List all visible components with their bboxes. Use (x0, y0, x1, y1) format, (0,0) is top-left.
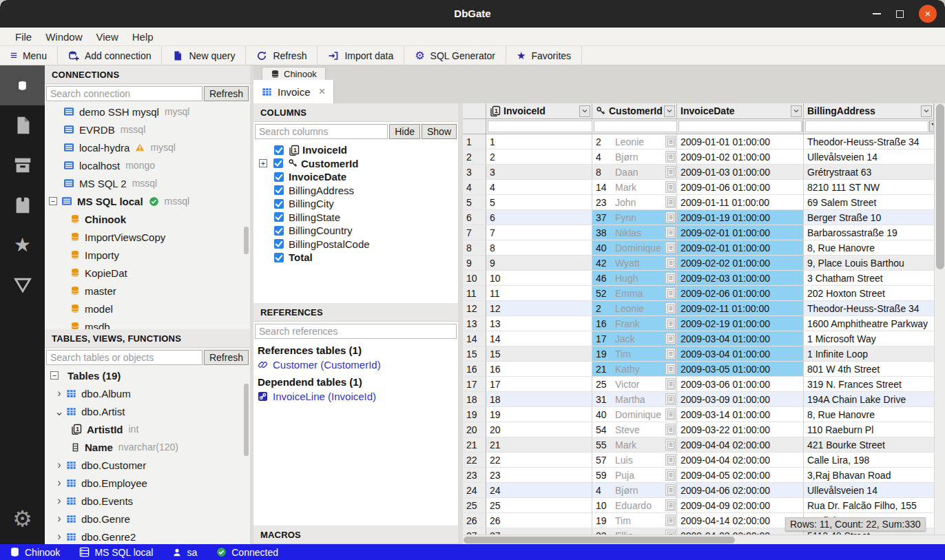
column-checkbox-row[interactable]: BillingCountry (253, 224, 458, 238)
rail-item-database[interactable] (0, 65, 45, 105)
cell-billingaddress[interactable]: 8, Rue Hanovre (804, 240, 934, 256)
column-checkbox-row[interactable]: BillingCity (253, 197, 458, 211)
open-reference-button[interactable] (665, 272, 676, 284)
cell-billingaddress[interactable]: 194A Chain Lake Drive (804, 392, 934, 407)
toolbar-button-refresh[interactable]: Refresh (246, 46, 318, 65)
column-menu-button[interactable] (791, 105, 802, 117)
cell-billingaddress[interactable]: 8, Rue Hanovre (804, 407, 934, 422)
cell-customerid[interactable]: 16Frank (592, 316, 677, 331)
connection-item[interactable]: demo SSH mysqlmysql (45, 103, 250, 121)
cell-invoicedate[interactable]: 2009-03-09 01:00:00 (677, 392, 804, 407)
row-number[interactable]: 1 (463, 134, 486, 149)
filter-input-customerid[interactable] (594, 121, 677, 132)
cell-invoiceid[interactable]: 16 (486, 362, 592, 377)
open-reference-button[interactable] (665, 424, 676, 435)
row-number[interactable]: 4 (463, 180, 486, 195)
cell-billingaddress[interactable]: 319 N. Frances Street (804, 377, 934, 392)
cell-invoiceid[interactable]: 26 (486, 513, 592, 528)
toolbar-button-favorites[interactable]: ★Favorites (506, 46, 582, 65)
checkbox[interactable] (273, 158, 283, 168)
cell-billingaddress[interactable]: Theodor-Heuss-Straße 34 (804, 301, 934, 316)
cell-billingaddress[interactable]: 3 Chatham Street (804, 271, 934, 286)
open-reference-button[interactable] (665, 363, 676, 375)
open-reference-button[interactable] (665, 227, 676, 238)
checkbox[interactable] (274, 185, 284, 195)
open-reference-button[interactable] (665, 454, 676, 466)
table-item[interactable]: ›dbo.Genre2 (45, 528, 250, 545)
cell-invoiceid[interactable]: 19 (486, 407, 592, 422)
search-references-input[interactable] (255, 324, 457, 339)
rail-item-star[interactable]: ★ (0, 225, 45, 265)
cell-billingaddress[interactable]: Theodor-Heuss-Straße 34 (804, 134, 934, 149)
cell-invoicedate[interactable]: 2009-03-04 01:00:00 (677, 331, 804, 346)
cell-customerid[interactable]: 59Puja (592, 468, 677, 483)
toolbar-button-menu[interactable]: ≡Menu (0, 46, 58, 65)
database-item[interactable]: master (45, 282, 250, 300)
cell-customerid[interactable]: 33Ellie (592, 528, 677, 535)
cell-invoicedate[interactable]: 2009-02-19 01:00:00 (677, 316, 804, 331)
cell-invoicedate[interactable]: 2009-03-06 01:00:00 (677, 377, 804, 392)
cell-customerid[interactable]: 46Hugh (592, 271, 677, 286)
cell-invoicedate[interactable]: 2009-03-04 01:00:00 (677, 346, 804, 362)
database-context-chip[interactable]: Chinook (262, 67, 326, 80)
row-number[interactable]: 16 (463, 362, 486, 377)
row-number[interactable]: 2 (463, 149, 486, 165)
cell-invoicedate[interactable]: 2009-02-01 01:00:00 (677, 240, 804, 256)
rail-item-filter-triangle[interactable] (0, 265, 45, 305)
row-number[interactable]: 27 (463, 528, 486, 535)
table-item[interactable]: ›dbo.Employee (45, 474, 250, 492)
toolbar-button-add-connection[interactable]: Add connection (58, 46, 163, 65)
cell-billingaddress[interactable]: 8210 111 ST NW (804, 180, 934, 195)
cell-invoiceid[interactable]: 6 (486, 210, 592, 225)
chevron-down-icon[interactable]: ⌄ (54, 405, 64, 418)
row-number[interactable]: 19 (463, 407, 486, 422)
menu-help[interactable]: Help (125, 31, 160, 43)
cell-invoicedate[interactable]: 2009-01-03 01:00:00 (677, 165, 804, 180)
tables-scrollbar[interactable] (244, 384, 249, 456)
open-reference-button[interactable] (665, 318, 676, 329)
cell-invoiceid[interactable]: 14 (486, 331, 592, 346)
toolbar-button-new-query[interactable]: New query (162, 46, 246, 65)
cell-billingaddress[interactable]: Barbarossastraße 19 (804, 225, 934, 240)
cell-customerid[interactable]: 52Emma (592, 286, 677, 301)
row-number[interactable]: 8 (463, 240, 486, 256)
open-reference-button[interactable] (665, 439, 676, 450)
table-item[interactable]: ›dbo.Customer (45, 456, 250, 474)
cell-invoicedate[interactable]: 2009-04-06 02:00:00 (677, 483, 804, 498)
cell-invoicedate[interactable]: 2009-04-04 02:00:00 (677, 453, 804, 468)
cell-invoiceid[interactable]: 7 (486, 225, 592, 240)
cell-billingaddress[interactable]: Rua Dr. Falcão Filho, 155 (804, 498, 934, 513)
cell-invoiceid[interactable]: 22 (486, 453, 592, 468)
row-number[interactable]: 11 (463, 286, 486, 301)
cell-invoiceid[interactable]: 1 (486, 134, 592, 149)
rail-item-book[interactable] (0, 185, 45, 225)
column-checkbox-row[interactable]: BillingPostalCode (253, 238, 458, 251)
row-number[interactable]: 12 (463, 301, 486, 316)
row-number[interactable]: 10 (463, 271, 486, 286)
connection-item[interactable]: MS SQL 2mssql (45, 174, 250, 192)
cell-invoicedate[interactable]: 2009-02-02 01:00:00 (677, 256, 804, 271)
cell-billingaddress[interactable]: Ullevålsveien 14 (804, 149, 934, 165)
cell-customerid[interactable]: 23John (592, 195, 677, 210)
chevron-right-icon[interactable]: › (54, 459, 64, 471)
cell-customerid[interactable]: 21Kathy (592, 362, 677, 377)
chevron-right-icon[interactable]: › (54, 512, 64, 525)
row-number[interactable]: 5 (463, 195, 486, 210)
cell-invoiceid[interactable]: 10 (486, 271, 592, 286)
chevron-right-icon[interactable]: › (54, 530, 64, 543)
cell-invoicedate[interactable]: 2009-01-02 01:00:00 (677, 149, 804, 165)
cell-invoicedate[interactable]: 2009-02-06 01:00:00 (677, 286, 804, 301)
menu-file[interactable]: File (8, 31, 39, 43)
cell-invoiceid[interactable]: 11 (486, 286, 592, 301)
menu-window[interactable]: Window (39, 31, 89, 43)
row-number[interactable]: 13 (463, 316, 486, 331)
chevron-right-icon[interactable]: › (54, 495, 64, 507)
cell-billingaddress[interactable]: Berger Straße 10 (804, 210, 934, 225)
cell-invoiceid[interactable]: 9 (486, 256, 592, 271)
cell-customerid[interactable]: 2Leonie (592, 134, 677, 149)
cell-invoiceid[interactable]: 23 (486, 468, 592, 483)
cell-invoiceid[interactable]: 15 (486, 346, 592, 362)
row-number[interactable]: 7 (463, 225, 486, 240)
cell-billingaddress[interactable]: Ullevålsveien 14 (804, 483, 934, 498)
cell-billingaddress[interactable]: 801 W 4th Street (804, 362, 934, 377)
